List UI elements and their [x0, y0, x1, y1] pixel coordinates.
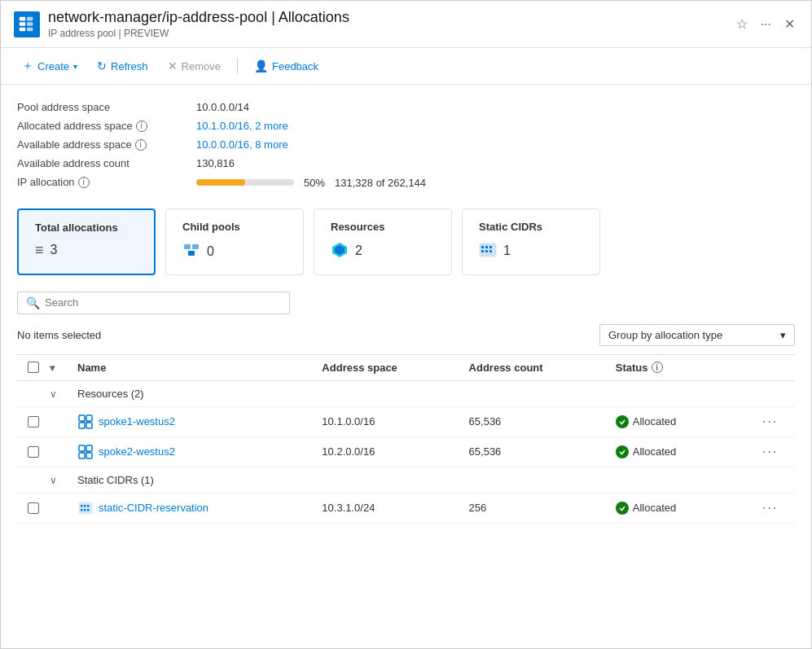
svg-rect-17	[489, 250, 492, 252]
table-row: spoke2-westus2 10.2.0.0/16 65,536 Alloca…	[17, 437, 795, 467]
progress-bar-fill	[196, 179, 245, 186]
row-name-link-cidr[interactable]: static-CIDR-reservation	[99, 502, 208, 514]
stat-card-child-pools[interactable]: Child pools 0	[165, 208, 304, 275]
svg-rect-35	[87, 505, 90, 507]
svg-rect-15	[481, 250, 484, 252]
title-actions: ☆ ··· ✕	[733, 15, 798, 33]
table-row: static-CIDR-reservation 10.3.1.0/24 256 …	[17, 493, 795, 524]
svg-rect-6	[184, 244, 191, 249]
main-window: network-manager/ip-address-pool | Alloca…	[0, 0, 812, 649]
resource-icon	[331, 241, 349, 261]
group-expand-icon-2[interactable]: ∨	[50, 475, 57, 486]
group-chevron[interactable]: ∨	[50, 388, 74, 400]
prop-pool-address-space: Pool address space 10.0.0.0/14	[17, 98, 795, 116]
svg-rect-12	[481, 246, 484, 248]
row-checkbox[interactable]	[28, 502, 39, 514]
stat-card-total-allocations-title: Total allocations	[35, 221, 138, 234]
pool-address-space-value: 10.0.0.0/14	[196, 101, 249, 113]
table-header: ▾ Name Address space Address count Statu…	[17, 355, 795, 381]
svg-rect-14	[489, 246, 492, 248]
progress-bar	[196, 179, 294, 186]
stat-card-total-allocations-value: ≡ 3	[35, 242, 138, 259]
ip-allocation-label: IP allocation i	[17, 176, 180, 188]
row-address-count-spoke2: 65,536	[469, 445, 616, 458]
cidr-row-icon	[77, 500, 94, 516]
status-info-icon[interactable]: i	[652, 362, 663, 373]
row-actions-spoke2[interactable]: ···	[762, 445, 795, 459]
close-icon[interactable]: ✕	[781, 15, 798, 33]
svg-rect-4	[27, 22, 33, 26]
row-name-link-spoke1[interactable]: spoke1-westus2	[99, 415, 175, 428]
group-chevron-2[interactable]: ∨	[50, 474, 74, 486]
svg-rect-37	[84, 509, 86, 511]
available-address-space-value[interactable]: 10.0.0.0/16, 8 more	[196, 138, 288, 151]
more-options-icon[interactable]: ···	[757, 15, 775, 33]
header-address-space: Address space	[322, 362, 468, 374]
stat-card-resources-title: Resources	[331, 221, 435, 233]
svg-rect-26	[86, 445, 92, 451]
search-icon: 🔍	[26, 296, 40, 309]
header-status: Status i	[616, 362, 762, 374]
info-icon-3[interactable]: i	[78, 177, 90, 188]
search-wrapper[interactable]: 🔍	[17, 292, 290, 314]
status-check-icon-3	[616, 502, 629, 515]
stat-card-static-cidrs[interactable]: Static CIDRs 1	[462, 208, 600, 275]
feedback-label: Feedback	[272, 60, 318, 72]
svg-rect-19	[86, 415, 92, 421]
search-input[interactable]	[45, 296, 281, 309]
group-row-resources: ∨ Resources (2)	[17, 381, 795, 407]
svg-rect-28	[86, 453, 92, 458]
svg-rect-20	[79, 423, 85, 428]
list-icon: ≡	[35, 242, 44, 259]
more-options-icon-row3[interactable]: ···	[762, 501, 778, 515]
allocated-address-space-value[interactable]: 10.1.0.0/16, 2 more	[196, 120, 288, 132]
row-name-link-spoke2[interactable]: spoke2-westus2	[99, 445, 175, 458]
stat-card-total-allocations[interactable]: Total allocations ≡ 3	[17, 208, 156, 275]
stat-card-static-cidrs-value: 1	[479, 241, 583, 261]
more-options-icon-row1[interactable]: ···	[762, 414, 778, 428]
remove-button[interactable]: ✕ Remove	[160, 55, 229, 77]
sort-chevron-icon[interactable]: ▾	[50, 362, 55, 374]
row-check[interactable]	[17, 502, 50, 514]
row-address-space-cidr: 10.3.1.0/24	[322, 502, 468, 514]
row-check[interactable]	[17, 416, 50, 428]
row-check[interactable]	[17, 446, 50, 458]
feedback-button[interactable]: 👤 Feedback	[246, 55, 327, 77]
progress-percent: 50%	[304, 177, 325, 189]
info-icon[interactable]: i	[136, 121, 147, 132]
resource-name: network-manager/ip-address-pool	[48, 9, 267, 25]
table-row: spoke1-westus2 10.1.0.0/16 65,536 Alloca…	[17, 407, 795, 437]
main-content: Pool address space 10.0.0.0/14 Allocated…	[1, 85, 811, 648]
row-actions-spoke1[interactable]: ···	[762, 414, 795, 429]
pool-icon	[182, 241, 200, 263]
vnet-icon	[77, 414, 94, 430]
stat-card-child-pools-value: 0	[182, 241, 287, 263]
progress-detail: 131,328 of 262,144	[335, 177, 426, 189]
search-area: 🔍	[17, 292, 795, 314]
refresh-button[interactable]: ↻ Refresh	[89, 55, 156, 77]
svg-rect-34	[84, 505, 86, 507]
create-button[interactable]: ＋ Create ▾	[14, 55, 86, 77]
page-subtitle: IP address pool | PREVIEW	[48, 28, 725, 39]
stat-card-resources-value: 2	[331, 241, 435, 261]
more-options-icon-row2[interactable]: ···	[762, 445, 778, 458]
group-by-label: Group by allocation type	[608, 329, 722, 341]
group-expand-icon[interactable]: ∨	[50, 388, 57, 400]
page-title: network-manager/ip-address-pool | Alloca…	[48, 9, 725, 26]
refresh-label: Refresh	[111, 60, 148, 72]
header-name: Name	[74, 362, 322, 374]
favorite-icon[interactable]: ☆	[733, 15, 751, 33]
vnet-icon-2	[77, 444, 94, 460]
select-all-checkbox[interactable]	[28, 362, 39, 373]
row-checkbox[interactable]	[28, 416, 39, 428]
status-badge-spoke1: Allocated	[616, 415, 676, 428]
row-checkbox[interactable]	[28, 446, 39, 458]
filter-row: No items selected Group by allocation ty…	[17, 324, 795, 346]
group-by-select[interactable]: Group by allocation type ▾	[599, 324, 795, 346]
available-address-count-value: 130,816	[196, 157, 235, 169]
info-icon-2[interactable]: i	[135, 139, 147, 151]
status-check-icon-2	[616, 445, 629, 458]
row-actions-cidr[interactable]: ···	[762, 501, 795, 515]
title-text-block: network-manager/ip-address-pool | Alloca…	[48, 9, 725, 39]
stat-card-resources[interactable]: Resources 2	[314, 208, 452, 275]
